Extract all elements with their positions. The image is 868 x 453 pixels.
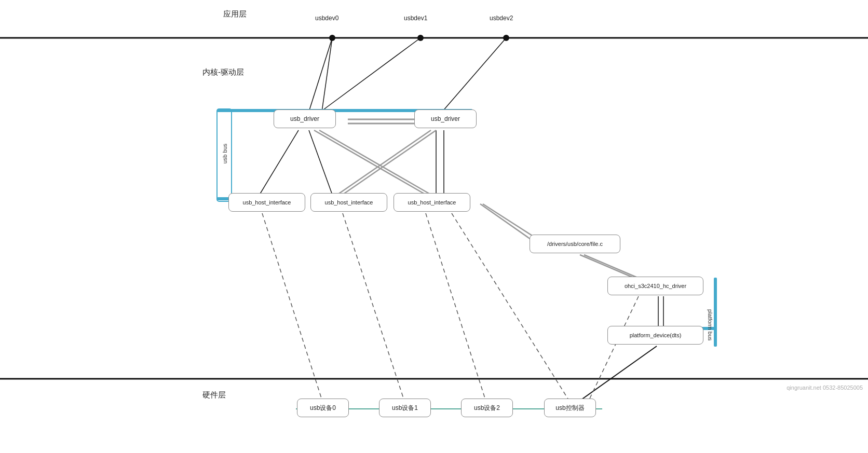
svg-line-21 <box>337 130 431 195</box>
usb-controller-box: usb控制器 <box>544 399 596 417</box>
usb-device-0-box: usb设备0 <box>297 399 349 417</box>
platform-bus-label: platform bus <box>707 309 713 341</box>
usb-driver-2-box: usb_driver <box>414 109 477 128</box>
usb-host-interface-1-box: usb_host_interface <box>228 193 305 212</box>
ohci-driver-box: ohci_s3c2410_hc_driver <box>607 277 703 295</box>
usbdev2-label: usbdev2 <box>490 15 513 22</box>
svg-line-19 <box>314 130 426 195</box>
svg-line-24 <box>343 213 404 400</box>
svg-line-7 <box>322 38 332 112</box>
watermark-text: qingruanit.net 0532-85025005 <box>786 385 863 391</box>
svg-line-29 <box>580 255 633 278</box>
svg-line-22 <box>343 130 436 195</box>
svg-line-16 <box>309 130 332 195</box>
kernel-layer-label: 内核-驱动层 <box>202 67 244 77</box>
app-layer-label: 应用层 <box>223 9 247 19</box>
platform-device-box: platform_device(dts) <box>607 326 703 345</box>
svg-line-15 <box>260 130 299 195</box>
svg-line-25 <box>426 213 485 400</box>
file-c-box: /drivers/usb/core/file.c <box>530 235 620 253</box>
hardware-layer-label: 硬件层 <box>202 390 226 400</box>
usb-device-1-box: usb设备1 <box>379 399 431 417</box>
svg-line-8 <box>321 38 421 112</box>
svg-line-23 <box>262 213 322 400</box>
usbdev0-label: usbdev0 <box>315 15 338 22</box>
usb-host-interface-2-box: usb_host_interface <box>310 193 387 212</box>
svg-line-9 <box>442 38 506 112</box>
svg-line-36 <box>589 296 639 400</box>
usb-driver-1-box: usb_driver <box>274 109 336 128</box>
usb-bus-label: usb bus <box>222 144 228 164</box>
svg-line-30 <box>584 255 638 278</box>
svg-line-20 <box>319 130 431 195</box>
usbdev1-label: usbdev1 <box>404 15 427 22</box>
usb-device-2-box: usb设备2 <box>461 399 513 417</box>
svg-line-27 <box>480 204 537 244</box>
usb-host-interface-3-box: usb_host_interface <box>394 193 470 212</box>
svg-rect-31 <box>714 278 717 347</box>
svg-line-6 <box>309 38 332 112</box>
